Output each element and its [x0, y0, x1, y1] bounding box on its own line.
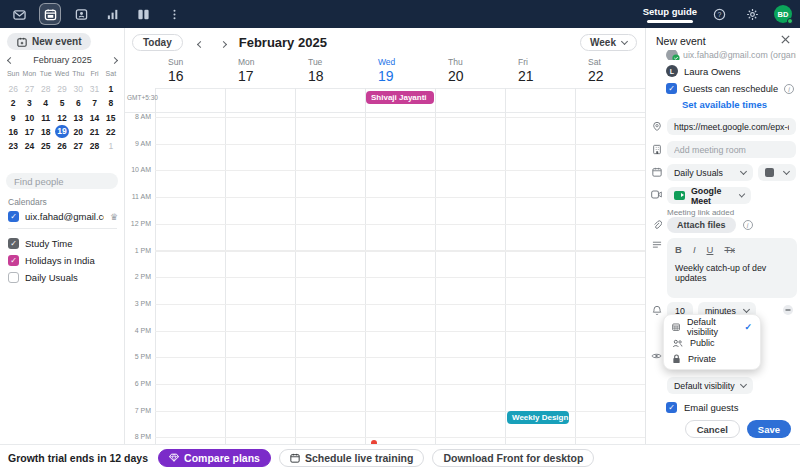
mini-day-cell[interactable]: 30: [70, 82, 86, 96]
mini-day-cell[interactable]: 18: [38, 125, 54, 139]
remove-reminder-icon[interactable]: [782, 304, 794, 316]
study-time-checkbox[interactable]: ✓: [8, 238, 19, 249]
visibility-select[interactable]: Default visibility: [667, 377, 753, 394]
meeting-room-input[interactable]: [667, 141, 796, 158]
schedule-training-button[interactable]: Schedule live training: [279, 449, 425, 467]
mini-prev-month-icon[interactable]: [7, 56, 14, 63]
close-icon[interactable]: [780, 34, 791, 45]
underline-button[interactable]: U: [707, 244, 714, 255]
mini-day-cell[interactable]: 26: [54, 139, 70, 153]
mini-day-cell[interactable]: 29: [54, 82, 70, 96]
contacts-icon[interactable]: [70, 3, 92, 25]
mini-day-cell[interactable]: 9: [5, 111, 21, 125]
account-calendar-row[interactable]: ✓ uix.fahad@gmail.com ♛: [8, 210, 118, 223]
calendar-select[interactable]: Daily Usuals: [667, 164, 753, 181]
day-header-cell[interactable]: Tue18: [295, 56, 365, 88]
prev-week-icon[interactable]: [195, 30, 206, 54]
event-color-select[interactable]: [758, 164, 796, 181]
mini-day-cell[interactable]: 1: [103, 82, 119, 96]
calendar-row-holidays[interactable]: ✓ Holidays in India: [8, 254, 118, 267]
calendar-tab-icon[interactable]: [39, 3, 61, 25]
clear-format-button[interactable]: Tx: [724, 244, 735, 255]
find-people-input[interactable]: [6, 173, 118, 189]
mini-day-cell[interactable]: 6: [70, 96, 86, 110]
day-header-cell[interactable]: Fri21: [505, 56, 575, 88]
mini-day-cell[interactable]: 10: [21, 111, 37, 125]
view-selector[interactable]: Week: [580, 34, 637, 51]
bold-button[interactable]: B: [675, 244, 682, 255]
meeting-link-input[interactable]: [667, 118, 796, 135]
mini-day-cell[interactable]: 31: [86, 82, 102, 96]
day-header-cell[interactable]: Sat22: [575, 56, 645, 88]
mini-day-cell[interactable]: 7: [86, 96, 102, 110]
mini-day-cell[interactable]: 2: [5, 96, 21, 110]
mini-day-cell[interactable]: 19: [55, 125, 69, 139]
mini-day-cell[interactable]: 17: [21, 125, 37, 139]
mini-day-cell[interactable]: 3: [21, 96, 37, 110]
mini-day-cell[interactable]: 13: [70, 111, 86, 125]
settings-gear-icon[interactable]: [741, 3, 763, 25]
today-button[interactable]: Today: [132, 34, 183, 51]
mini-day-cell[interactable]: 20: [70, 125, 86, 139]
mini-day-cell[interactable]: 5: [54, 96, 70, 110]
download-desktop-button[interactable]: Download Front for desktop: [432, 449, 594, 467]
mini-day-cell[interactable]: 21: [86, 125, 102, 139]
mini-day-cell[interactable]: 16: [5, 125, 21, 139]
compare-plans-button[interactable]: Compare plans: [158, 449, 271, 467]
day-header-cell[interactable]: Mon17: [225, 56, 295, 88]
event-weekly-design-meet[interactable]: Weekly Design Meet: [507, 411, 569, 424]
split-view-icon[interactable]: [132, 3, 154, 25]
info-icon[interactable]: i: [743, 220, 753, 230]
attach-files-button[interactable]: Attach files: [667, 217, 736, 233]
mini-day-cell[interactable]: 28: [38, 82, 54, 96]
holidays-checkbox[interactable]: ✓: [8, 255, 19, 266]
conference-select[interactable]: Google Meet: [667, 187, 751, 204]
more-menu-icon[interactable]: [163, 3, 185, 25]
all-day-event-shivaji-jayanti[interactable]: Shivaji Jayanti: [366, 91, 434, 104]
mini-next-month-icon[interactable]: [111, 56, 118, 63]
mini-day-cell[interactable]: 11: [38, 111, 54, 125]
mini-day-cell[interactable]: 12: [54, 111, 70, 125]
menu-item-public[interactable]: Public: [664, 335, 760, 351]
calendar-row-daily-usuals[interactable]: Daily Usuals: [8, 271, 118, 284]
mini-day-cell[interactable]: 14: [86, 111, 102, 125]
italic-button[interactable]: I: [693, 244, 696, 255]
mini-day-cell[interactable]: 25: [38, 139, 54, 153]
help-icon[interactable]: ?: [708, 3, 730, 25]
guest-row-organizer[interactable]: uix.fahad@gmail.com (organiz...: [666, 50, 796, 60]
mini-day-cell[interactable]: 8: [103, 96, 119, 110]
mini-day-cell[interactable]: 4: [38, 96, 54, 110]
mini-day-cell[interactable]: 23: [5, 139, 21, 153]
analytics-icon[interactable]: [101, 3, 123, 25]
cancel-button[interactable]: Cancel: [685, 420, 740, 438]
mini-day-cell[interactable]: 26: [5, 82, 21, 96]
account-calendar-checkbox[interactable]: ✓: [8, 211, 19, 222]
inbox-icon[interactable]: [8, 3, 30, 25]
guest-row-laura-owens[interactable]: L Laura Owens: [666, 65, 741, 77]
day-header-cell[interactable]: Thu20: [435, 56, 505, 88]
mini-day-cell[interactable]: 24: [21, 139, 37, 153]
email-guests-checkbox[interactable]: ✓: [666, 402, 677, 413]
day-header-cell[interactable]: Wed19: [365, 56, 435, 88]
mini-day-cell[interactable]: 27: [70, 139, 86, 153]
menu-item-default-visibility[interactable]: Default visibility ✓: [664, 319, 760, 335]
mini-day-cell[interactable]: 27: [21, 82, 37, 96]
user-avatar[interactable]: BD: [774, 5, 792, 23]
daily-usuals-checkbox[interactable]: [8, 272, 19, 283]
mini-day-cell[interactable]: 22: [103, 125, 119, 139]
mini-day-cell[interactable]: 28: [86, 139, 102, 153]
next-week-icon[interactable]: [218, 30, 229, 54]
menu-item-private[interactable]: Private: [664, 351, 760, 367]
day-header-cell[interactable]: Sun16: [155, 56, 225, 88]
setup-guide[interactable]: Setup guide: [643, 6, 697, 23]
save-button[interactable]: Save: [747, 420, 791, 438]
new-event-button[interactable]: New event: [7, 33, 91, 50]
description-editor[interactable]: B I U Tx Weekly catch-up of dev updates: [667, 238, 797, 298]
mini-day-cell[interactable]: 15: [103, 111, 119, 125]
reschedule-checkbox[interactable]: ✓: [666, 83, 677, 94]
calendar-row-study-time[interactable]: ✓ Study Time: [8, 237, 118, 250]
info-icon[interactable]: i: [784, 84, 794, 94]
set-available-times-link[interactable]: Set available times: [682, 99, 767, 110]
description-text[interactable]: Weekly catch-up of dev updates: [675, 263, 789, 283]
mini-day-cell[interactable]: 1: [103, 139, 119, 153]
